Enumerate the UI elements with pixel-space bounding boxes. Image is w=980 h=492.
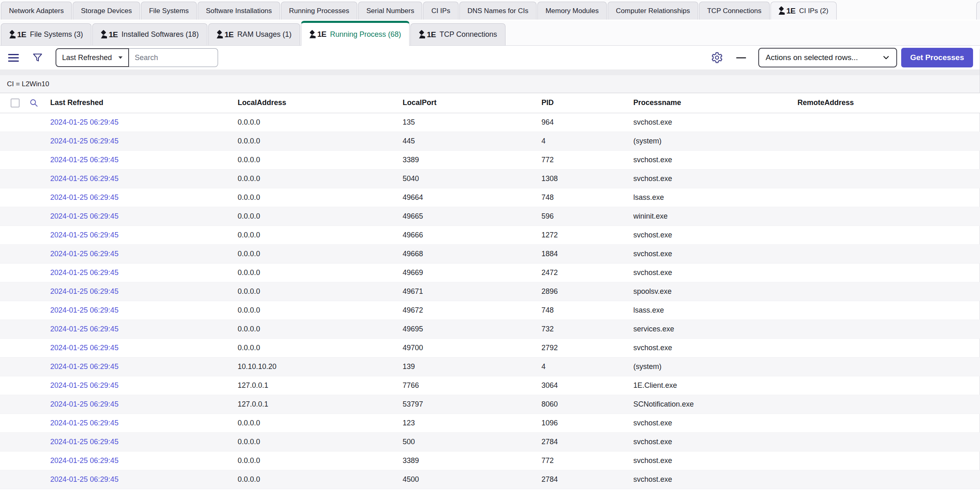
cell-localaddress: 0.0.0.0 <box>238 338 403 357</box>
row-select-cell <box>0 301 50 320</box>
tab-ram-usages-1[interactable]: 1ERAM Usages (1) <box>208 23 300 45</box>
table-row[interactable]: 2024-01-25 06:29:450.0.0.045002784svchos… <box>0 470 980 489</box>
record-link[interactable]: 2024-01-25 06:29:45 <box>50 456 118 465</box>
tab-label: Computer Relationships <box>616 7 690 15</box>
tab-running-processes[interactable]: Running Processes <box>281 2 357 20</box>
tab-label: Running Process (68) <box>330 30 401 39</box>
tab-label: CI IPs (2) <box>799 7 829 15</box>
settings-gear-icon[interactable] <box>709 50 725 65</box>
cell-pid: 748 <box>541 301 633 320</box>
table-row[interactable]: 2024-01-25 06:29:450.0.0.049664748lsass.… <box>0 188 980 207</box>
record-link[interactable]: 2024-01-25 06:29:45 <box>50 400 118 408</box>
tab-ci-ips-2[interactable]: 1ECI IPs (2) <box>771 2 837 20</box>
record-link[interactable]: 2024-01-25 06:29:45 <box>50 325 118 333</box>
table-header-row: Last Refreshed LocalAddress LocalPort PI… <box>0 93 980 113</box>
table-row[interactable]: 2024-01-25 06:29:450.0.0.049672748lsass.… <box>0 301 980 320</box>
table-row[interactable]: 2024-01-25 06:29:450.0.0.049665596winini… <box>0 207 980 226</box>
tab-serial-numbers[interactable]: Serial Numbers <box>358 2 422 20</box>
cell-pid: 1096 <box>541 414 633 432</box>
cell-localport: 49666 <box>403 226 541 244</box>
row-select-cell <box>0 451 50 470</box>
record-link[interactable]: 2024-01-25 06:29:45 <box>50 174 118 183</box>
cell-last-refreshed: 2024-01-25 06:29:45 <box>50 470 238 489</box>
list-menu-icon[interactable] <box>7 52 20 63</box>
tab-label: RAM Usages (1) <box>237 30 292 39</box>
record-link[interactable]: 2024-01-25 06:29:45 <box>50 287 118 295</box>
column-header-processname[interactable]: Processname <box>633 93 797 113</box>
tab-tcp-connections[interactable]: 1ETCP Connections <box>410 23 506 45</box>
search-input[interactable] <box>129 48 218 67</box>
table-row[interactable]: 2024-01-25 06:29:450.0.0.050401308svchos… <box>0 169 980 188</box>
record-link[interactable]: 2024-01-25 06:29:45 <box>50 268 118 277</box>
tab-label: Network Adapters <box>9 7 64 15</box>
record-link[interactable]: 2024-01-25 06:29:45 <box>50 475 118 483</box>
cell-pid: 732 <box>541 320 633 338</box>
table-row[interactable]: 2024-01-25 06:29:450.0.0.0496661272svcho… <box>0 226 980 244</box>
record-link[interactable]: 2024-01-25 06:29:45 <box>50 137 118 145</box>
tab-software-installations[interactable]: Software Installations <box>198 2 280 20</box>
record-link[interactable]: 2024-01-25 06:29:45 <box>50 193 118 201</box>
record-link[interactable]: 2024-01-25 06:29:45 <box>50 156 118 164</box>
table-row[interactable]: 2024-01-25 06:29:450.0.0.049695732servic… <box>0 320 980 338</box>
record-link[interactable]: 2024-01-25 06:29:45 <box>50 250 118 258</box>
cell-localaddress: 10.10.10.20 <box>238 357 403 376</box>
table-row[interactable]: 2024-01-25 06:29:450.0.0.04454(system) <box>0 132 980 150</box>
cell-last-refreshed: 2024-01-25 06:29:45 <box>50 132 238 150</box>
tab-ci-ips[interactable]: CI IPs <box>423 2 458 20</box>
record-link[interactable]: 2024-01-25 06:29:45 <box>50 231 118 239</box>
tab-computer-relationships[interactable]: Computer Relationships <box>608 2 698 20</box>
table-row[interactable]: 2024-01-25 06:29:450.0.0.0496712896spool… <box>0 282 980 301</box>
cell-pid: 8060 <box>541 395 633 414</box>
table-row[interactable]: 2024-01-25 06:29:45127.0.0.1537978060SCN… <box>0 395 980 414</box>
record-link[interactable]: 2024-01-25 06:29:45 <box>50 118 118 126</box>
tab-storage-devices[interactable]: Storage Devices <box>73 2 140 20</box>
cell-processname: svchost.exe <box>633 263 797 282</box>
column-search-icon[interactable] <box>29 98 38 107</box>
tab-memory-modules[interactable]: Memory Modules <box>537 2 607 20</box>
tab-file-systems-3[interactable]: 1EFile Systems (3) <box>1 23 91 45</box>
tab-file-systems[interactable]: File Systems <box>141 2 197 20</box>
tab-running-process-68[interactable]: 1ERunning Process (68) <box>301 21 410 46</box>
tab-tcp-connections[interactable]: TCP Connections <box>699 2 770 20</box>
table-row[interactable]: 2024-01-25 06:29:450.0.0.0496692472svcho… <box>0 263 980 282</box>
tab-network-adapters[interactable]: Network Adapters <box>1 2 72 20</box>
filter-icon[interactable] <box>30 50 45 65</box>
table-row[interactable]: 2024-01-25 06:29:4510.10.10.201394(syste… <box>0 357 980 376</box>
table-row[interactable]: 2024-01-25 06:29:450.0.0.0135964svchost.… <box>0 113 980 132</box>
cell-pid: 2784 <box>541 470 633 489</box>
table-row[interactable]: 2024-01-25 06:29:45127.0.0.1776630641E.C… <box>0 376 980 395</box>
cell-processname: svchost.exe <box>633 244 797 263</box>
record-link[interactable]: 2024-01-25 06:29:45 <box>50 438 118 446</box>
cell-processname: services.exe <box>633 320 797 338</box>
table-row[interactable]: 2024-01-25 06:29:450.0.0.0497002792svcho… <box>0 338 980 357</box>
tab-label: TCP Connections <box>707 7 762 15</box>
cell-last-refreshed: 2024-01-25 06:29:45 <box>50 338 238 357</box>
column-header-last-refreshed[interactable]: Last Refreshed <box>50 93 238 113</box>
record-link[interactable]: 2024-01-25 06:29:45 <box>50 344 118 352</box>
record-link[interactable]: 2024-01-25 06:29:45 <box>50 212 118 220</box>
table-row[interactable]: 2024-01-25 06:29:450.0.0.03389772svchost… <box>0 451 980 470</box>
column-header-localport[interactable]: LocalPort <box>403 93 541 113</box>
actions-on-rows-select[interactable]: Actions on selected rows... <box>758 48 897 67</box>
column-header-remoteaddress[interactable]: RemoteAddress <box>797 93 980 113</box>
tab-installed-softwares-18[interactable]: 1EInstalled Softwares (18) <box>92 23 207 45</box>
cell-localaddress: 0.0.0.0 <box>238 150 403 169</box>
cell-localport: 123 <box>403 414 541 432</box>
row-select-cell <box>0 376 50 395</box>
get-processes-button[interactable]: Get Processes <box>901 48 973 67</box>
record-link[interactable]: 2024-01-25 06:29:45 <box>50 381 118 389</box>
actions-select-value: Actions on selected rows... <box>766 53 858 62</box>
record-link[interactable]: 2024-01-25 06:29:45 <box>50 419 118 427</box>
select-all-checkbox[interactable] <box>11 98 20 107</box>
record-link[interactable]: 2024-01-25 06:29:45 <box>50 362 118 371</box>
table-row[interactable]: 2024-01-25 06:29:450.0.0.03389772svchost… <box>0 150 980 169</box>
column-header-localaddress[interactable]: LocalAddress <box>238 93 403 113</box>
tab-dns-names-for-cis[interactable]: DNS Names for CIs <box>459 2 537 20</box>
search-field-select[interactable]: Last Refreshed <box>56 48 129 67</box>
table-row[interactable]: 2024-01-25 06:29:450.0.0.0496681884svcho… <box>0 244 980 263</box>
table-row[interactable]: 2024-01-25 06:29:450.0.0.01231096svchost… <box>0 414 980 432</box>
record-link[interactable]: 2024-01-25 06:29:45 <box>50 306 118 314</box>
column-header-pid[interactable]: PID <box>541 93 633 113</box>
table-row[interactable]: 2024-01-25 06:29:450.0.0.05002784svchost… <box>0 432 980 451</box>
collapse-minus-icon[interactable] <box>735 56 748 60</box>
